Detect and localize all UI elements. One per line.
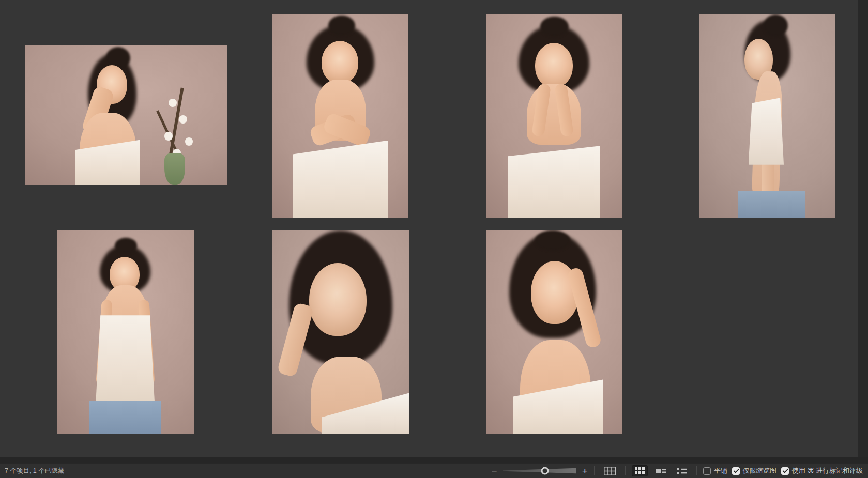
figure-hair-bun: [535, 230, 570, 251]
zoom-in-button[interactable]: +: [582, 466, 588, 476]
photo-thumbnail-6[interactable]: [272, 230, 409, 434]
zoom-out-button[interactable]: −: [492, 466, 497, 476]
separator: [625, 466, 626, 475]
status-bar: 7 个项目, 1 个已隐藏 − +: [0, 463, 868, 478]
thumbnails-only-checkbox[interactable]: [732, 467, 740, 475]
grid-view-button[interactable]: [601, 465, 619, 477]
photo-thumbnail-5[interactable]: [57, 230, 194, 434]
slider-track: [503, 468, 576, 474]
blossom-flower: [185, 137, 193, 146]
thumbnail-view-icon: [635, 467, 645, 474]
figure-face: [309, 263, 367, 336]
vertical-scrollbar[interactable]: [858, 0, 868, 457]
tile-view-checkbox[interactable]: [703, 467, 711, 475]
details-view-icon: [656, 468, 666, 474]
prop-vase: [164, 153, 185, 185]
checkbox-thumbnails-only[interactable]: 仅限缩览图: [732, 466, 776, 475]
separator: [696, 466, 697, 475]
figure-face: [322, 41, 358, 84]
slider-knob[interactable]: [541, 467, 549, 475]
photo-thumbnail-4[interactable]: [699, 14, 835, 218]
photo-thumbnail-7[interactable]: [486, 230, 622, 434]
figure-jeans: [89, 401, 161, 434]
item-count-status: 7 个项目, 1 个已隐藏: [5, 467, 64, 475]
blossom-flower: [179, 115, 187, 124]
figure-camisole: [293, 141, 388, 218]
details-view-button[interactable]: [652, 466, 669, 476]
separator: [594, 466, 595, 475]
thumbnails-only-label: 仅限缩览图: [743, 466, 776, 475]
cmd-rating-label: 使用 ⌘ 进行标记和评级: [792, 466, 863, 475]
figure-camisole: [749, 98, 784, 165]
tile-view-label: 平铺: [714, 466, 727, 475]
view-controls: − +: [492, 465, 863, 477]
thumbnail-grid: [0, 0, 868, 457]
figure-hair-bun: [115, 238, 136, 254]
blossom-flower: [169, 99, 177, 107]
figure-jeans: [738, 191, 806, 218]
checkbox-tile-view[interactable]: 平铺: [703, 466, 727, 475]
thumbnail-size-slider[interactable]: [503, 466, 576, 475]
photo-thumbnail-3[interactable]: [486, 14, 622, 218]
list-view-button[interactable]: [674, 466, 690, 476]
photo-thumbnail-1[interactable]: [25, 45, 227, 185]
checkbox-cmd-rating[interactable]: 使用 ⌘ 进行标记和评级: [781, 466, 863, 475]
figure-camisole: [508, 145, 600, 218]
cmd-rating-checkbox[interactable]: [781, 467, 789, 475]
figure-camisole: [96, 305, 155, 403]
figure-hair-bun: [764, 14, 788, 37]
photo-thumbnail-2[interactable]: [272, 14, 408, 218]
blossom-flower: [164, 132, 173, 140]
statusbar-divider: [0, 457, 868, 463]
thumbnail-view-button[interactable]: [632, 465, 648, 476]
figure-face: [535, 43, 573, 87]
list-view-icon: [677, 468, 687, 474]
grid-view-icon: [604, 467, 616, 475]
